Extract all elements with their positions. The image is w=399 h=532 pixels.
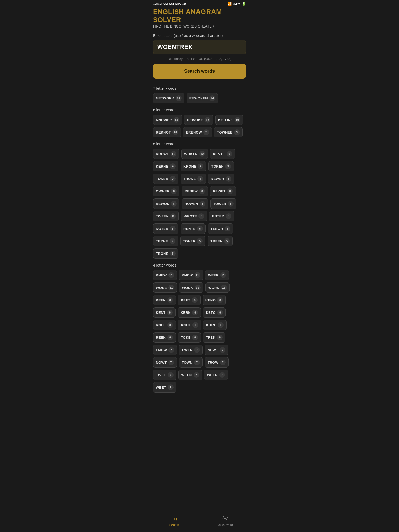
word-score: 8 (171, 188, 177, 194)
word-chip[interactable]: RENEW8 (182, 186, 208, 196)
word-chip[interactable]: KENTE9 (210, 149, 235, 159)
word-chip[interactable]: ENOW7 (153, 345, 177, 355)
word-chip[interactable]: TROKE9 (181, 174, 206, 184)
word-chip[interactable]: TWEEN8 (153, 211, 179, 221)
word-chip[interactable]: NEWT7 (205, 345, 228, 355)
word-chip[interactable]: WONK11 (179, 282, 203, 293)
word-chip[interactable]: WOKEN12 (181, 149, 208, 159)
word-chip[interactable]: REKNOT10 (153, 127, 181, 137)
word-chip[interactable]: WEET7 (153, 382, 176, 393)
word-chip[interactable]: KORE8 (203, 320, 227, 330)
word-score: 9 (203, 129, 209, 135)
battery-percentage: 83% (233, 2, 240, 6)
word-text: NOWT (156, 361, 167, 364)
word-chip[interactable]: TOWNEE9 (214, 127, 243, 137)
word-text: TOWER (213, 202, 227, 206)
word-chip[interactable]: TOWN7 (179, 357, 203, 368)
word-score: 8 (217, 310, 223, 315)
word-chip[interactable]: OWNER8 (153, 186, 179, 196)
word-chip[interactable]: NOWT7 (153, 357, 177, 368)
word-text: KEEN (156, 298, 166, 302)
word-chip[interactable]: TONER5 (180, 236, 206, 246)
word-chip[interactable]: NOTER5 (153, 223, 178, 234)
word-chip[interactable]: REEK8 (153, 332, 176, 343)
word-chip[interactable]: KENT8 (153, 307, 176, 318)
word-score: 13 (174, 117, 179, 123)
search-nav-icon (171, 515, 177, 522)
word-score: 11 (195, 285, 201, 290)
word-chip[interactable]: KREWE12 (153, 149, 179, 159)
word-chip[interactable]: ENTER5 (209, 211, 234, 221)
word-text: TOWN (182, 361, 192, 364)
word-chip[interactable]: KETO8 (203, 307, 226, 318)
word-text: OWNER (156, 189, 169, 193)
word-chip[interactable]: RENTE5 (181, 223, 206, 234)
word-score: 7 (194, 347, 200, 353)
word-text: WONK (182, 286, 193, 290)
word-chip[interactable]: WEEK11 (205, 270, 229, 280)
word-chip[interactable]: ERENOW9 (183, 127, 212, 137)
word-chip[interactable]: TREK8 (203, 332, 225, 343)
word-text: WEEK (208, 273, 219, 277)
word-chip[interactable]: KERN8 (178, 307, 201, 318)
word-text: KENO (205, 298, 216, 302)
word-chip[interactable]: WOKE11 (153, 282, 177, 293)
word-chip[interactable]: WEER7 (204, 370, 228, 380)
word-chip[interactable]: NETWORK14 (153, 93, 184, 103)
word-chip[interactable]: EWER7 (179, 345, 203, 355)
word-chip[interactable]: KEEN8 (153, 295, 176, 305)
word-text: TWEEN (156, 214, 169, 218)
word-score: 9 (225, 163, 231, 169)
word-chip[interactable]: TOKEN9 (208, 161, 234, 171)
search-words-button[interactable]: Search words (153, 64, 246, 79)
word-text: REWON (156, 202, 169, 206)
word-chip[interactable]: KERNE9 (153, 161, 178, 171)
word-score: 5 (170, 251, 176, 256)
nav-search[interactable]: Search (149, 515, 200, 527)
word-chip[interactable]: KETONE10 (215, 115, 243, 125)
letter-input[interactable] (153, 40, 246, 54)
word-chip[interactable]: REWET8 (210, 186, 236, 196)
word-score: 7 (220, 360, 226, 365)
nav-check-word[interactable]: A Check word (200, 515, 250, 527)
word-chip[interactable]: ROWEN8 (182, 198, 208, 209)
word-chip[interactable]: WEEN7 (178, 370, 202, 380)
word-chip[interactable]: TROW7 (205, 357, 229, 368)
word-chip[interactable]: KENO8 (203, 295, 226, 305)
word-chip[interactable]: KNOWER13 (153, 115, 182, 125)
word-chip[interactable]: TENOR5 (208, 223, 233, 234)
word-text: TREK (206, 336, 215, 340)
word-chip[interactable]: TOKER9 (153, 174, 178, 184)
word-score: 7 (194, 360, 200, 365)
word-chip[interactable]: KNOW11 (179, 270, 203, 280)
word-chip[interactable]: KNOT8 (178, 320, 201, 330)
word-chip[interactable]: TOKE8 (178, 332, 201, 343)
word-score: 5 (224, 238, 230, 244)
word-chip[interactable]: KNEW11 (153, 270, 177, 280)
word-chip[interactable]: KRONE9 (181, 161, 206, 171)
word-score: 7 (168, 384, 174, 390)
word-chip[interactable]: REWON8 (153, 198, 179, 209)
word-chip[interactable]: WORK11 (205, 282, 230, 293)
word-text: KERNE (156, 164, 168, 168)
word-chip[interactable]: NEWER8 (208, 174, 234, 184)
word-chip[interactable]: TREEN5 (208, 236, 233, 246)
word-chip[interactable]: TRONE5 (153, 248, 178, 259)
word-chip[interactable]: WROTE8 (181, 211, 207, 221)
word-score: 14 (209, 95, 215, 101)
word-chip[interactable]: TOWER8 (210, 198, 237, 209)
word-text: KORE (206, 323, 216, 327)
word-chip[interactable]: REWOKE13 (184, 115, 213, 125)
word-text: TREEN (210, 239, 223, 243)
word-chip[interactable]: KEET8 (178, 295, 201, 305)
word-chip[interactable]: TERNE5 (153, 236, 178, 246)
word-score: 8 (228, 201, 234, 207)
word-score: 11 (168, 285, 174, 290)
word-chip[interactable]: REWOKEN14 (187, 93, 218, 103)
word-text: TOKER (156, 177, 168, 181)
check-word-label: Check word (217, 523, 233, 527)
section-title: 7 letter words (153, 86, 246, 90)
word-chip[interactable]: TWEE7 (153, 370, 176, 380)
word-chip[interactable]: KNEE8 (153, 320, 176, 330)
word-text: TROW (208, 361, 218, 364)
